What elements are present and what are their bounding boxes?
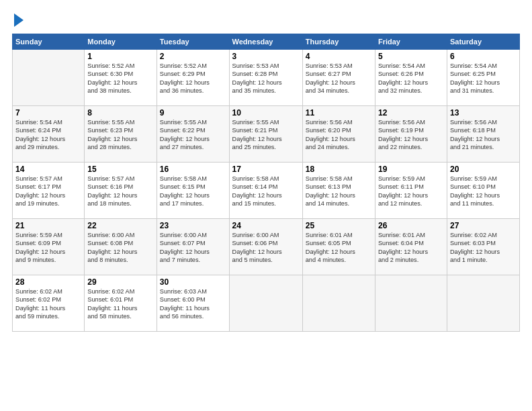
calendar-cell: 5Sunrise: 5:54 AM Sunset: 6:26 PM Daylig… — [375, 50, 447, 106]
header-row: SundayMondayTuesdayWednesdayThursdayFrid… — [13, 34, 520, 50]
day-info: Sunrise: 6:03 AM Sunset: 6:00 PM Dayligh… — [160, 287, 226, 321]
col-header-monday: Monday — [85, 34, 157, 50]
calendar-cell: 1Sunrise: 5:52 AM Sunset: 6:30 PM Daylig… — [85, 50, 157, 106]
calendar-cell: 22Sunrise: 6:00 AM Sunset: 6:08 PM Dayli… — [85, 219, 157, 275]
calendar-cell — [447, 275, 519, 332]
calendar-cell: 27Sunrise: 6:02 AM Sunset: 6:03 PM Dayli… — [447, 219, 519, 275]
calendar-cell: 7Sunrise: 5:54 AM Sunset: 6:24 PM Daylig… — [13, 106, 85, 163]
day-number: 10 — [232, 108, 300, 118]
day-info: Sunrise: 6:01 AM Sunset: 6:04 PM Dayligh… — [378, 231, 444, 265]
day-number: 19 — [378, 165, 444, 174]
day-number: 1 — [87, 52, 154, 61]
calendar-cell: 25Sunrise: 6:01 AM Sunset: 6:05 PM Dayli… — [302, 219, 375, 275]
calendar-cell: 20Sunrise: 5:59 AM Sunset: 6:10 PM Dayli… — [447, 163, 519, 219]
day-number: 7 — [15, 108, 81, 118]
calendar-cell — [375, 275, 447, 332]
day-number: 30 — [160, 277, 226, 287]
col-header-tuesday: Tuesday — [157, 34, 229, 50]
day-info: Sunrise: 5:52 AM Sunset: 6:30 PM Dayligh… — [87, 62, 154, 95]
calendar-cell: 15Sunrise: 5:57 AM Sunset: 6:16 PM Dayli… — [85, 163, 157, 219]
calendar-cell: 17Sunrise: 5:58 AM Sunset: 6:14 PM Dayli… — [229, 163, 302, 219]
day-info: Sunrise: 6:02 AM Sunset: 6:02 PM Dayligh… — [15, 287, 81, 321]
day-number: 28 — [15, 277, 81, 287]
calendar-cell: 12Sunrise: 5:56 AM Sunset: 6:19 PM Dayli… — [375, 106, 447, 163]
day-info: Sunrise: 5:55 AM Sunset: 6:21 PM Dayligh… — [232, 118, 300, 152]
day-info: Sunrise: 5:58 AM Sunset: 6:14 PM Dayligh… — [232, 175, 300, 208]
logo — [12, 12, 24, 27]
calendar-cell: 8Sunrise: 5:55 AM Sunset: 6:23 PM Daylig… — [85, 106, 157, 163]
day-number: 11 — [306, 108, 372, 118]
day-number: 5 — [378, 52, 444, 61]
calendar-cell: 28Sunrise: 6:02 AM Sunset: 6:02 PM Dayli… — [13, 275, 85, 332]
week-row-2: 7Sunrise: 5:54 AM Sunset: 6:24 PM Daylig… — [13, 106, 520, 163]
day-info: Sunrise: 5:52 AM Sunset: 6:29 PM Dayligh… — [160, 62, 226, 95]
day-number: 18 — [306, 165, 372, 174]
day-info: Sunrise: 5:53 AM Sunset: 6:28 PM Dayligh… — [232, 62, 300, 95]
day-info: Sunrise: 5:59 AM Sunset: 6:10 PM Dayligh… — [450, 175, 517, 208]
col-header-saturday: Saturday — [447, 34, 519, 50]
day-info: Sunrise: 6:02 AM Sunset: 6:03 PM Dayligh… — [450, 231, 517, 265]
calendar-cell: 13Sunrise: 5:56 AM Sunset: 6:18 PM Dayli… — [447, 106, 519, 163]
col-header-thursday: Thursday — [302, 34, 375, 50]
calendar-cell: 14Sunrise: 5:57 AM Sunset: 6:17 PM Dayli… — [13, 163, 85, 219]
day-number: 27 — [450, 221, 517, 230]
col-header-wednesday: Wednesday — [229, 34, 302, 50]
day-info: Sunrise: 5:55 AM Sunset: 6:22 PM Dayligh… — [160, 118, 226, 152]
calendar-cell: 29Sunrise: 6:02 AM Sunset: 6:01 PM Dayli… — [85, 275, 157, 332]
week-row-3: 14Sunrise: 5:57 AM Sunset: 6:17 PM Dayli… — [13, 163, 520, 219]
day-info: Sunrise: 5:55 AM Sunset: 6:23 PM Dayligh… — [87, 118, 154, 152]
day-number: 21 — [15, 221, 81, 230]
day-number: 24 — [232, 221, 300, 230]
page: SundayMondayTuesdayWednesdayThursdayFrid… — [0, 0, 532, 411]
day-info: Sunrise: 5:53 AM Sunset: 6:27 PM Dayligh… — [306, 62, 372, 95]
day-info: Sunrise: 5:54 AM Sunset: 6:25 PM Dayligh… — [450, 62, 517, 95]
day-number: 2 — [160, 52, 226, 61]
day-info: Sunrise: 5:59 AM Sunset: 6:09 PM Dayligh… — [15, 231, 81, 265]
week-row-5: 28Sunrise: 6:02 AM Sunset: 6:02 PM Dayli… — [13, 275, 520, 332]
day-number: 17 — [232, 165, 300, 174]
day-number: 25 — [306, 221, 372, 230]
col-header-sunday: Sunday — [13, 34, 85, 50]
day-info: Sunrise: 5:57 AM Sunset: 6:17 PM Dayligh… — [15, 175, 81, 208]
col-header-friday: Friday — [375, 34, 447, 50]
calendar-cell — [229, 275, 302, 332]
day-number: 20 — [450, 165, 517, 174]
calendar-cell — [302, 275, 375, 332]
calendar-cell — [13, 50, 85, 106]
day-info: Sunrise: 6:02 AM Sunset: 6:01 PM Dayligh… — [87, 287, 154, 321]
day-info: Sunrise: 6:00 AM Sunset: 6:07 PM Dayligh… — [160, 231, 226, 265]
calendar-cell: 23Sunrise: 6:00 AM Sunset: 6:07 PM Dayli… — [157, 219, 229, 275]
calendar-cell: 21Sunrise: 5:59 AM Sunset: 6:09 PM Dayli… — [13, 219, 85, 275]
calendar-cell: 2Sunrise: 5:52 AM Sunset: 6:29 PM Daylig… — [157, 50, 229, 106]
day-info: Sunrise: 5:58 AM Sunset: 6:15 PM Dayligh… — [160, 175, 226, 208]
calendar-cell: 10Sunrise: 5:55 AM Sunset: 6:21 PM Dayli… — [229, 106, 302, 163]
day-number: 12 — [378, 108, 444, 118]
calendar-cell: 16Sunrise: 5:58 AM Sunset: 6:15 PM Dayli… — [157, 163, 229, 219]
calendar-cell: 26Sunrise: 6:01 AM Sunset: 6:04 PM Dayli… — [375, 219, 447, 275]
day-info: Sunrise: 5:56 AM Sunset: 6:20 PM Dayligh… — [306, 118, 372, 152]
day-number: 22 — [87, 221, 154, 230]
day-number: 16 — [160, 165, 226, 174]
day-number: 13 — [450, 108, 517, 118]
day-number: 6 — [450, 52, 517, 61]
logo-arrow-icon — [14, 13, 24, 27]
calendar-cell: 19Sunrise: 5:59 AM Sunset: 6:11 PM Dayli… — [375, 163, 447, 219]
day-info: Sunrise: 5:56 AM Sunset: 6:19 PM Dayligh… — [378, 118, 444, 152]
day-info: Sunrise: 5:56 AM Sunset: 6:18 PM Dayligh… — [450, 118, 517, 152]
day-number: 14 — [15, 165, 81, 174]
header — [12, 12, 520, 27]
day-number: 3 — [232, 52, 300, 61]
calendar-table: SundayMondayTuesdayWednesdayThursdayFrid… — [12, 34, 520, 332]
day-number: 15 — [87, 165, 154, 174]
calendar-cell: 4Sunrise: 5:53 AM Sunset: 6:27 PM Daylig… — [302, 50, 375, 106]
day-info: Sunrise: 5:54 AM Sunset: 6:26 PM Dayligh… — [378, 62, 444, 95]
day-number: 4 — [306, 52, 372, 61]
day-info: Sunrise: 6:01 AM Sunset: 6:05 PM Dayligh… — [306, 231, 372, 265]
calendar-cell: 30Sunrise: 6:03 AM Sunset: 6:00 PM Dayli… — [157, 275, 229, 332]
day-number: 29 — [87, 277, 154, 287]
week-row-4: 21Sunrise: 5:59 AM Sunset: 6:09 PM Dayli… — [13, 219, 520, 275]
week-row-1: 1Sunrise: 5:52 AM Sunset: 6:30 PM Daylig… — [13, 50, 520, 106]
calendar-cell: 24Sunrise: 6:00 AM Sunset: 6:06 PM Dayli… — [229, 219, 302, 275]
calendar-cell: 9Sunrise: 5:55 AM Sunset: 6:22 PM Daylig… — [157, 106, 229, 163]
day-info: Sunrise: 6:00 AM Sunset: 6:06 PM Dayligh… — [232, 231, 300, 265]
